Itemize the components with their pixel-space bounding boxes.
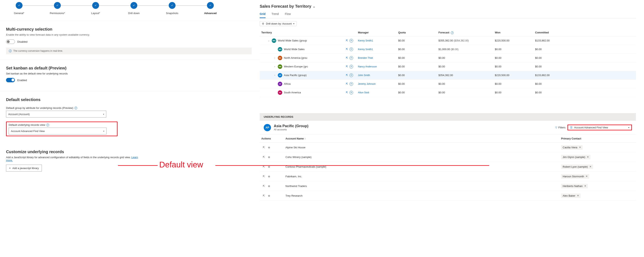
grid-row[interactable]: ›WEWestern Europe (grc⇱ ⟳Nancy Andersson… bbox=[260, 62, 636, 71]
open-record-icon[interactable]: ⇱ bbox=[263, 184, 265, 188]
col-manager[interactable]: Manager bbox=[356, 29, 396, 36]
open-icon[interactable]: ⇱ bbox=[346, 48, 348, 50]
contact-chip[interactable]: Cacilia Viera✕ bbox=[561, 145, 582, 150]
grid-row[interactable]: WSWorld Wide Sales⇱ ⟳Kenny Smith1$0.00$1… bbox=[260, 45, 636, 54]
grid-row[interactable]: ›NANorth America (grou⇱ ⟳Brenden Thiel$0… bbox=[260, 54, 636, 62]
open-icon[interactable]: ⇱ bbox=[346, 74, 348, 76]
expand-icon[interactable]: › bbox=[274, 57, 276, 59]
tab-grid[interactable]: Grid bbox=[260, 12, 266, 18]
manager-link[interactable]: Nancy Andersson bbox=[358, 65, 377, 68]
add-js-library-button[interactable]: + Add a javascript library bbox=[6, 164, 42, 172]
step-layout[interactable]: Layout* bbox=[76, 2, 115, 15]
col-forecast[interactable]: Forecast i bbox=[437, 29, 493, 36]
step-label: General* bbox=[14, 12, 24, 15]
remove-icon[interactable]: ✕ bbox=[577, 194, 579, 197]
contact-chip[interactable]: Heriberto Nathan✕ bbox=[561, 184, 588, 188]
record-row[interactable]: ⇱ ⊕Northwind TradersHeriberto Nathan✕ bbox=[260, 181, 636, 191]
remove-icon[interactable]: ✕ bbox=[586, 175, 588, 178]
avatar: AF bbox=[278, 82, 282, 86]
manager-link[interactable]: Kenny Smith1 bbox=[358, 39, 373, 42]
account-name: Trey Research bbox=[284, 191, 560, 200]
step-snapshots[interactable]: Snapshots bbox=[153, 2, 191, 15]
refresh-icon[interactable]: ⟳ bbox=[350, 74, 353, 77]
open-icon[interactable]: ⇱ bbox=[346, 39, 348, 42]
default-view-select[interactable]: Account Advanced Find View ▾ bbox=[9, 128, 106, 134]
refresh-icon[interactable]: ⟳ bbox=[350, 82, 353, 86]
step-advanced[interactable]: Advanced bbox=[191, 2, 230, 15]
manager-link[interactable]: Kenny Smith1 bbox=[358, 48, 373, 51]
step-permissions[interactable]: Permissions* bbox=[38, 2, 76, 15]
open-icon[interactable]: ⇱ bbox=[346, 82, 348, 85]
add-icon[interactable]: ⊕ bbox=[268, 156, 270, 158]
grid-row[interactable]: ›APAsia Pacific (group)⇱ ⟳John Smith$0.0… bbox=[260, 71, 636, 80]
open-record-icon[interactable]: ⇱ bbox=[263, 175, 265, 178]
filters-button[interactable]: ▽ Filters bbox=[555, 126, 566, 129]
contact-chip[interactable]: Jim Glynn (sample)✕ bbox=[561, 155, 590, 160]
remove-icon[interactable]: ✕ bbox=[584, 184, 586, 187]
tab-flow[interactable]: Flow bbox=[285, 12, 291, 18]
add-icon[interactable]: ⊕ bbox=[268, 146, 270, 149]
remove-icon[interactable]: ✕ bbox=[587, 156, 589, 158]
grid-row[interactable]: SASouth America⇱ ⟳Alton Stott$0.00$0.00$… bbox=[260, 88, 636, 97]
remove-icon[interactable]: ✕ bbox=[590, 165, 592, 168]
groupby-select[interactable]: Account (Account) ▾ bbox=[6, 111, 106, 118]
kanban-toggle[interactable] bbox=[6, 78, 15, 82]
refresh-icon[interactable]: ⟳ bbox=[350, 91, 353, 94]
open-record-icon[interactable]: ⇱ bbox=[263, 146, 265, 149]
refresh-icon[interactable]: ⟳ bbox=[350, 56, 353, 60]
grid-row[interactable]: ⌄WSWorld Wide Sales (group⇱ ⟳Kenny Smith… bbox=[260, 36, 636, 45]
manager-link[interactable]: Alton Stott bbox=[358, 91, 369, 94]
col-territory[interactable]: Territory bbox=[260, 29, 344, 36]
step-drilldown[interactable]: Drill down bbox=[115, 2, 153, 15]
refresh-icon[interactable]: ⟳ bbox=[350, 65, 353, 68]
record-row[interactable]: ⇱ ⊕Alpine Ski HouseCacilia Viera✕ bbox=[260, 142, 636, 152]
manager-link[interactable]: Brenden Thiel bbox=[358, 56, 373, 59]
record-row[interactable]: ⇱ ⊕Contoso Pharmaceuticals (sample)Rober… bbox=[260, 162, 636, 172]
open-icon[interactable]: ⇱ bbox=[346, 91, 348, 94]
refresh-icon[interactable]: ⟳ bbox=[350, 48, 353, 51]
refresh-icon[interactable]: ⟳ bbox=[350, 39, 353, 42]
contact-chip[interactable]: Alex Baker✕ bbox=[561, 194, 580, 198]
chevron-down-icon: ▾ bbox=[103, 130, 104, 132]
add-icon[interactable]: ⊕ bbox=[268, 184, 270, 188]
col-primary-contact[interactable]: Primary Contact bbox=[560, 135, 636, 143]
step-connector bbox=[96, 6, 134, 6]
chevron-down-icon: ▾ bbox=[293, 22, 294, 25]
expand-icon[interactable]: ⌄ bbox=[267, 40, 270, 42]
record-row[interactable]: ⇱ ⊕Coho Winery (sample)Jim Glynn (sample… bbox=[260, 152, 636, 162]
add-icon[interactable]: ⊕ bbox=[268, 194, 270, 197]
manager-link[interactable]: John Smith bbox=[358, 74, 370, 77]
committed-value: $0.00 bbox=[534, 62, 636, 71]
open-record-icon[interactable]: ⇱ bbox=[263, 156, 265, 158]
manager-link[interactable]: Jeremy Johnson bbox=[358, 82, 376, 85]
col-account-name[interactable]: Account Name ↑ bbox=[284, 135, 560, 143]
open-icon[interactable]: ⇱ bbox=[346, 65, 348, 68]
grid-row[interactable]: AFAfrica⇱ ⟳Jeremy Johnson$0.00$0.00$0.00… bbox=[260, 80, 636, 88]
multi-currency-toggle[interactable] bbox=[6, 40, 15, 44]
expand-icon[interactable]: › bbox=[274, 74, 276, 76]
tab-trend[interactable]: Trend bbox=[272, 12, 279, 18]
open-icon[interactable]: ⇱ bbox=[346, 56, 348, 59]
contact-chip[interactable]: Haroun Stormonth✕ bbox=[561, 174, 589, 179]
won-value: $220,500.00 bbox=[493, 36, 534, 45]
col-quota[interactable]: Quota bbox=[396, 29, 437, 36]
col-won[interactable]: Won bbox=[493, 29, 534, 36]
record-row[interactable]: ⇱ ⊕Trey ResearchAlex Baker✕ bbox=[260, 191, 636, 200]
records-table: Actions Account Name ↑ Primary Contact ⇱… bbox=[260, 135, 636, 201]
record-row[interactable]: ⇱ ⊕Fabrikam, Inc.Haroun Stormonth✕ bbox=[260, 172, 636, 181]
view-picker[interactable]: ☰ Account Advanced Find View ▾ bbox=[568, 124, 632, 130]
underlying-records-header: UNDERLYING RECORDS bbox=[260, 113, 636, 121]
committed-value: $0.00 bbox=[534, 80, 636, 88]
expand-icon[interactable]: › bbox=[274, 66, 276, 68]
add-icon[interactable]: ⊕ bbox=[268, 175, 270, 178]
remove-icon[interactable]: ✕ bbox=[579, 146, 581, 149]
open-record-icon[interactable]: ⇱ bbox=[263, 194, 265, 197]
step-general[interactable]: General* bbox=[0, 2, 38, 15]
multi-currency-section: Multi-currency selection Enable the abil… bbox=[0, 21, 260, 60]
add-js-library-label: Add a javascript library bbox=[12, 167, 39, 170]
groupby-label: Default group by attribute for underlyin… bbox=[6, 106, 252, 110]
drilldown-pill[interactable]: ⚙ Drill down by: Account ▾ bbox=[260, 21, 296, 26]
contact-chip[interactable]: Robert Lyon (sample)✕ bbox=[561, 164, 593, 169]
col-committed[interactable]: Committed bbox=[534, 29, 636, 36]
forecast-title-dropdown[interactable]: Sales Forecast by Territory ⌄ bbox=[260, 4, 636, 9]
